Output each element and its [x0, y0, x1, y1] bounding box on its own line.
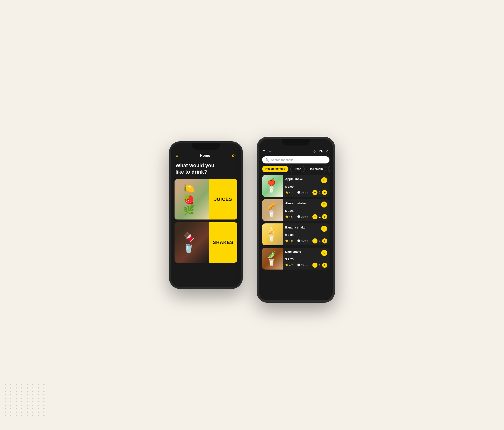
apple-plus-btn[interactable]: +: [322, 190, 327, 195]
phone1-title: Home: [200, 153, 210, 158]
phone1-header: ≡ Home 🛍: [171, 152, 241, 159]
apple-time: 🕐 15min: [297, 191, 308, 194]
home-icon[interactable]: ⌂: [326, 149, 329, 153]
banana-qty-controls: − 1 +: [312, 238, 327, 243]
apple-shake-image: [262, 175, 283, 197]
date-shake-meta: ⭐ 4.7 🕐 15min − 1 +: [285, 263, 327, 268]
phone1-subtitle: What would youlike to drink?: [171, 159, 241, 179]
items-list: Apple shake ♡ $ 2.00 ⭐ 4.3 🕐 15min − 1 +: [259, 175, 333, 300]
bag-icon[interactable]: 🛍: [232, 153, 236, 158]
almond-heart-btn[interactable]: ♡: [321, 202, 327, 207]
apple-rating: ⭐ 4.3: [285, 191, 293, 194]
phone1-frame: ≡ Home 🛍 What would youlike to drink? JU…: [169, 141, 243, 289]
banana-shake-info: Banana shake ♡ $ 2.00 ⭐ 4.9 🕐 15min − 1 …: [283, 224, 329, 245]
banana-rating: ⭐ 4.9: [285, 239, 293, 242]
date-rating: ⭐ 4.7: [285, 264, 293, 267]
banana-qty: 1: [318, 239, 321, 242]
filter-recommended[interactable]: Recommended: [262, 166, 288, 172]
filter-tabs: Recommended Fresh Ice cream Popular: [259, 166, 333, 175]
filter-fresh[interactable]: Fresh: [290, 166, 305, 172]
date-shake-name: Date shake: [285, 250, 301, 253]
list-item: Banana shake ♡ $ 2.00 ⭐ 4.9 🕐 15min − 1 …: [262, 224, 329, 245]
menu-icon[interactable]: ≡: [263, 149, 265, 153]
apple-shake-info: Apple shake ♡ $ 2.00 ⭐ 4.3 🕐 15min − 1 +: [283, 175, 329, 197]
list-item: Apple shake ♡ $ 2.00 ⭐ 4.3 🕐 15min − 1 +: [262, 175, 329, 197]
filter-icecream[interactable]: Ice cream: [307, 166, 326, 172]
shakes-image: [175, 222, 209, 263]
date-time: 🕐 15min: [297, 264, 308, 267]
header-right-icons: ♡ 🛍 ⌂: [313, 149, 329, 153]
almond-rating: ⭐ 4.5: [285, 215, 293, 218]
filter-popular[interactable]: Popular: [328, 166, 333, 172]
almond-qty-controls: − 1 +: [312, 214, 327, 219]
search-icon: 🔍: [265, 158, 269, 162]
almond-qty: 1: [318, 215, 321, 218]
bag-icon[interactable]: 🛍: [319, 149, 323, 153]
banana-shake-name: Banana shake: [285, 226, 305, 229]
juices-image: [175, 179, 209, 219]
banana-shake-image: [262, 224, 283, 245]
banana-shake-meta: ⭐ 4.9 🕐 15min − 1 +: [285, 238, 327, 243]
apple-heart-btn[interactable]: ♡: [321, 177, 327, 183]
heart-icon[interactable]: ♡: [313, 149, 316, 153]
almond-plus-btn[interactable]: +: [322, 214, 327, 219]
almond-top-row: Almond shake ♡: [285, 202, 327, 207]
juices-card[interactable]: JUICES: [175, 179, 237, 219]
phone2-notch: [282, 139, 310, 145]
almond-time: 🕐 15min: [297, 215, 308, 218]
banana-time: 🕐 15min: [297, 239, 308, 242]
phone1-notch: [192, 143, 220, 150]
shakes-card[interactable]: SHAKES: [175, 222, 237, 263]
almond-shake-info: Almond shake ♡ $ 2.25 ⭐ 4.5 🕐 15min − 1 …: [283, 199, 329, 221]
almond-shake-name: Almond shake: [285, 202, 306, 205]
banana-top-row: Banana shake ♡: [285, 226, 327, 232]
date-shake-image: [262, 248, 283, 269]
juices-label: JUICES: [209, 179, 237, 219]
date-heart-btn[interactable]: ♡: [321, 250, 327, 256]
phone1-screen: ≡ Home 🛍 What would youlike to drink? JU…: [171, 143, 241, 287]
almond-shake-price: $ 2.25: [285, 209, 327, 213]
phone2-screen: ≡ ← ♡ 🛍 ⌂ 🔍 Search for shake Recommended…: [259, 139, 333, 300]
date-shake-price: $ 2.75: [285, 258, 327, 261]
menu-icon[interactable]: ≡: [175, 153, 178, 158]
apple-qty-controls: − 1 +: [312, 190, 327, 195]
apple-shake-price: $ 2.00: [285, 185, 327, 188]
date-top-row: Date shake ♡: [285, 250, 327, 256]
almond-shake-image: [262, 199, 283, 221]
almond-minus-btn[interactable]: −: [312, 214, 317, 219]
header-left-icons: ≡ ←: [263, 149, 272, 153]
search-input[interactable]: Search for shake: [271, 158, 326, 162]
date-qty-controls: − 1 +: [312, 263, 327, 268]
banana-minus-btn[interactable]: −: [312, 238, 317, 243]
banana-plus-btn[interactable]: +: [322, 238, 327, 243]
list-item: Date shake ♡ $ 2.75 ⭐ 4.7 🕐 15min − 1 +: [262, 248, 329, 269]
date-qty: 1: [318, 264, 321, 267]
almond-shake-meta: ⭐ 4.5 🕐 15min − 1 +: [285, 214, 327, 219]
apple-qty: 1: [318, 191, 321, 194]
banana-shake-price: $ 2.00: [285, 233, 327, 237]
date-minus-btn[interactable]: −: [312, 263, 317, 268]
apple-shake-meta: ⭐ 4.3 🕐 15min − 1 +: [285, 190, 327, 195]
apple-shake-name: Apple shake: [285, 177, 303, 181]
date-shake-info: Date shake ♡ $ 2.75 ⭐ 4.7 🕐 15min − 1 +: [283, 248, 329, 269]
list-item: Almond shake ♡ $ 2.25 ⭐ 4.5 🕐 15min − 1 …: [262, 199, 329, 221]
date-plus-btn[interactable]: +: [322, 263, 327, 268]
apple-top-row: Apple shake ♡: [285, 177, 327, 183]
search-bar[interactable]: 🔍 Search for shake: [262, 156, 329, 163]
dot-pattern: const dp = document.querySelector('.dot-…: [5, 384, 46, 416]
phone2-header: ≡ ← ♡ 🛍 ⌂: [259, 147, 333, 155]
back-icon[interactable]: ←: [268, 149, 272, 153]
phone2-frame: ≡ ← ♡ 🛍 ⌂ 🔍 Search for shake Recommended…: [257, 137, 335, 303]
shakes-label: SHAKES: [209, 222, 237, 263]
apple-minus-btn[interactable]: −: [312, 190, 317, 195]
banana-heart-btn[interactable]: ♡: [321, 226, 327, 232]
